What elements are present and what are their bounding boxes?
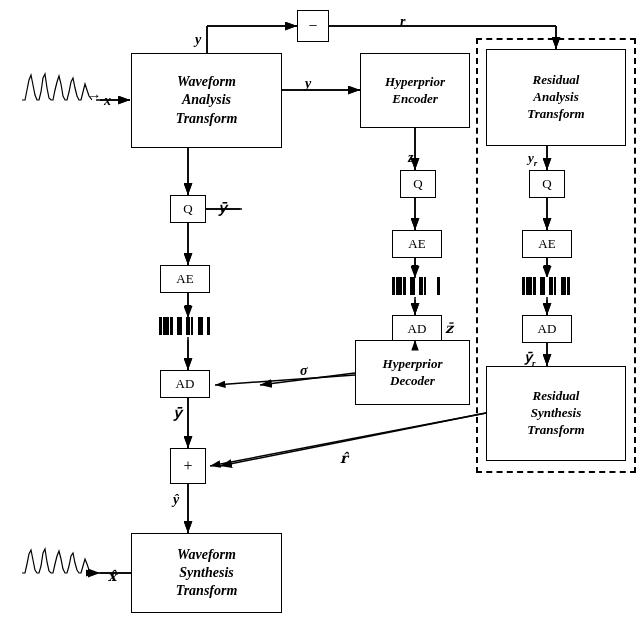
residual-synthesis-label: Residual Synthesis Transform bbox=[527, 388, 584, 439]
input-waveform bbox=[18, 65, 96, 135]
ad-residual: AD bbox=[522, 315, 572, 343]
minus-node: − bbox=[297, 10, 329, 42]
plus-node: + bbox=[170, 448, 206, 484]
hyperprior-decoder-box: Hyperprior Decoder bbox=[355, 340, 470, 405]
barcode-hyper bbox=[382, 275, 450, 297]
yr-label: yr bbox=[528, 150, 537, 168]
waveform-synthesis-label: Waveform Synthesis Transform bbox=[176, 546, 238, 601]
q-hyper: Q bbox=[400, 170, 436, 198]
ad-main: AD bbox=[160, 370, 210, 398]
y-label-up: y bbox=[195, 32, 201, 48]
barcode-residual bbox=[512, 275, 580, 297]
ae-residual: AE bbox=[522, 230, 572, 258]
barcode-main bbox=[150, 315, 218, 337]
r-label: r bbox=[400, 14, 405, 30]
svg-line-48 bbox=[215, 375, 355, 385]
svg-line-26 bbox=[220, 413, 486, 466]
y-hat-label: ŷ bbox=[173, 492, 179, 508]
sigma-label: σ bbox=[300, 363, 308, 379]
yr-bar-label: ȳr bbox=[524, 350, 536, 368]
residual-analysis-label: Residual Analysis Transform bbox=[527, 72, 584, 123]
ae-main: AE bbox=[160, 265, 210, 293]
waveform-analysis-box: Waveform Analysis Transform bbox=[131, 53, 282, 148]
hyperprior-encoder-box: Hyperprior Encoder bbox=[360, 53, 470, 128]
q-residual: Q bbox=[529, 170, 565, 198]
r-hat-label: r̂ bbox=[340, 450, 347, 467]
y-bar2-label: ȳ bbox=[173, 405, 181, 422]
hyperprior-encoder-label: Hyperprior Encoder bbox=[385, 74, 445, 108]
diagram: x → Waveform Analysis Transform y y − r … bbox=[0, 0, 640, 620]
residual-analysis-box: Residual Analysis Transform bbox=[486, 49, 626, 146]
residual-synthesis-box: Residual Synthesis Transform bbox=[486, 366, 626, 461]
x-arrow: → bbox=[87, 88, 101, 104]
x-hat-label: x̂ bbox=[108, 568, 116, 585]
ae-hyper: AE bbox=[392, 230, 442, 258]
waveform-analysis-label: Waveform Analysis Transform bbox=[176, 73, 238, 128]
x-input-label: x bbox=[104, 93, 111, 109]
y-bar-label: ȳ bbox=[218, 200, 226, 217]
waveform-synthesis-box: Waveform Synthesis Transform bbox=[131, 533, 282, 613]
z-label: z bbox=[408, 150, 413, 166]
y-label-right: y bbox=[305, 76, 311, 92]
q-main: Q bbox=[170, 195, 206, 223]
svg-line-54 bbox=[210, 413, 486, 466]
z-bar-label: z̄ bbox=[445, 320, 453, 337]
output-waveform bbox=[18, 543, 96, 603]
ad-hyper: AD bbox=[392, 315, 442, 343]
hyperprior-decoder-label: Hyperprior Decoder bbox=[383, 356, 443, 390]
